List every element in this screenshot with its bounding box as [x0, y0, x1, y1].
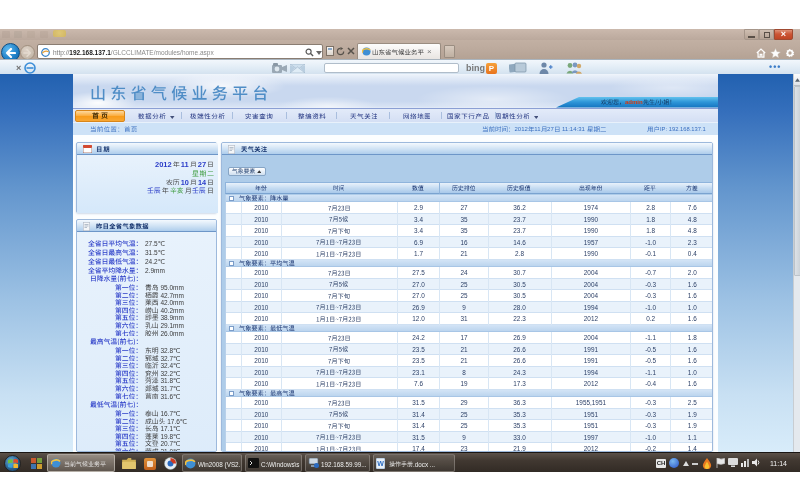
svg-text:W: W	[377, 460, 384, 467]
